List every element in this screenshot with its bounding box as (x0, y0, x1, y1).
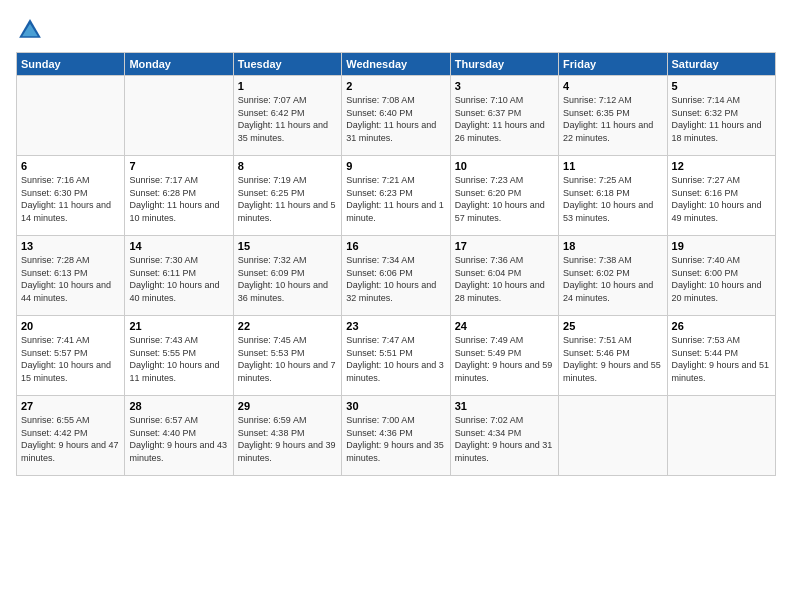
day-number: 13 (21, 240, 120, 252)
calendar-cell: 6Sunrise: 7:16 AM Sunset: 6:30 PM Daylig… (17, 156, 125, 236)
day-number: 21 (129, 320, 228, 332)
day-info: Sunrise: 7:07 AM Sunset: 6:42 PM Dayligh… (238, 94, 337, 144)
calendar-table: SundayMondayTuesdayWednesdayThursdayFrid… (16, 52, 776, 476)
logo (16, 16, 48, 44)
dow-sunday: Sunday (17, 53, 125, 76)
calendar-cell: 25Sunrise: 7:51 AM Sunset: 5:46 PM Dayli… (559, 316, 667, 396)
day-info: Sunrise: 7:47 AM Sunset: 5:51 PM Dayligh… (346, 334, 445, 384)
calendar-cell: 17Sunrise: 7:36 AM Sunset: 6:04 PM Dayli… (450, 236, 558, 316)
week-row-4: 27Sunrise: 6:55 AM Sunset: 4:42 PM Dayli… (17, 396, 776, 476)
calendar-cell: 24Sunrise: 7:49 AM Sunset: 5:49 PM Dayli… (450, 316, 558, 396)
day-info: Sunrise: 7:30 AM Sunset: 6:11 PM Dayligh… (129, 254, 228, 304)
calendar-body: 1Sunrise: 7:07 AM Sunset: 6:42 PM Daylig… (17, 76, 776, 476)
day-info: Sunrise: 7:16 AM Sunset: 6:30 PM Dayligh… (21, 174, 120, 224)
day-number: 25 (563, 320, 662, 332)
day-number: 20 (21, 320, 120, 332)
calendar-cell: 29Sunrise: 6:59 AM Sunset: 4:38 PM Dayli… (233, 396, 341, 476)
calendar-cell: 8Sunrise: 7:19 AM Sunset: 6:25 PM Daylig… (233, 156, 341, 236)
day-number: 15 (238, 240, 337, 252)
day-number: 16 (346, 240, 445, 252)
day-number: 31 (455, 400, 554, 412)
day-info: Sunrise: 7:28 AM Sunset: 6:13 PM Dayligh… (21, 254, 120, 304)
day-number: 9 (346, 160, 445, 172)
calendar-cell: 18Sunrise: 7:38 AM Sunset: 6:02 PM Dayli… (559, 236, 667, 316)
calendar-cell: 20Sunrise: 7:41 AM Sunset: 5:57 PM Dayli… (17, 316, 125, 396)
day-number: 18 (563, 240, 662, 252)
logo-icon (16, 16, 44, 44)
calendar-cell: 7Sunrise: 7:17 AM Sunset: 6:28 PM Daylig… (125, 156, 233, 236)
calendar-cell: 22Sunrise: 7:45 AM Sunset: 5:53 PM Dayli… (233, 316, 341, 396)
day-number: 5 (672, 80, 771, 92)
calendar-cell: 5Sunrise: 7:14 AM Sunset: 6:32 PM Daylig… (667, 76, 775, 156)
day-number: 12 (672, 160, 771, 172)
dow-wednesday: Wednesday (342, 53, 450, 76)
day-info: Sunrise: 7:38 AM Sunset: 6:02 PM Dayligh… (563, 254, 662, 304)
day-info: Sunrise: 7:27 AM Sunset: 6:16 PM Dayligh… (672, 174, 771, 224)
calendar-cell: 12Sunrise: 7:27 AM Sunset: 6:16 PM Dayli… (667, 156, 775, 236)
day-info: Sunrise: 6:59 AM Sunset: 4:38 PM Dayligh… (238, 414, 337, 464)
day-number: 17 (455, 240, 554, 252)
day-info: Sunrise: 7:23 AM Sunset: 6:20 PM Dayligh… (455, 174, 554, 224)
day-info: Sunrise: 7:02 AM Sunset: 4:34 PM Dayligh… (455, 414, 554, 464)
day-number: 14 (129, 240, 228, 252)
day-number: 23 (346, 320, 445, 332)
day-info: Sunrise: 7:49 AM Sunset: 5:49 PM Dayligh… (455, 334, 554, 384)
calendar-cell (559, 396, 667, 476)
week-row-1: 6Sunrise: 7:16 AM Sunset: 6:30 PM Daylig… (17, 156, 776, 236)
day-number: 4 (563, 80, 662, 92)
calendar-cell (125, 76, 233, 156)
day-info: Sunrise: 7:12 AM Sunset: 6:35 PM Dayligh… (563, 94, 662, 144)
day-info: Sunrise: 7:21 AM Sunset: 6:23 PM Dayligh… (346, 174, 445, 224)
day-info: Sunrise: 7:45 AM Sunset: 5:53 PM Dayligh… (238, 334, 337, 384)
day-number: 19 (672, 240, 771, 252)
calendar-cell: 16Sunrise: 7:34 AM Sunset: 6:06 PM Dayli… (342, 236, 450, 316)
dow-friday: Friday (559, 53, 667, 76)
day-info: Sunrise: 6:55 AM Sunset: 4:42 PM Dayligh… (21, 414, 120, 464)
calendar-cell: 9Sunrise: 7:21 AM Sunset: 6:23 PM Daylig… (342, 156, 450, 236)
day-info: Sunrise: 7:25 AM Sunset: 6:18 PM Dayligh… (563, 174, 662, 224)
day-info: Sunrise: 7:32 AM Sunset: 6:09 PM Dayligh… (238, 254, 337, 304)
day-info: Sunrise: 7:36 AM Sunset: 6:04 PM Dayligh… (455, 254, 554, 304)
calendar-cell: 14Sunrise: 7:30 AM Sunset: 6:11 PM Dayli… (125, 236, 233, 316)
calendar-cell: 4Sunrise: 7:12 AM Sunset: 6:35 PM Daylig… (559, 76, 667, 156)
day-info: Sunrise: 7:10 AM Sunset: 6:37 PM Dayligh… (455, 94, 554, 144)
day-info: Sunrise: 6:57 AM Sunset: 4:40 PM Dayligh… (129, 414, 228, 464)
calendar-cell: 15Sunrise: 7:32 AM Sunset: 6:09 PM Dayli… (233, 236, 341, 316)
day-number: 24 (455, 320, 554, 332)
calendar-cell (17, 76, 125, 156)
day-number: 27 (21, 400, 120, 412)
day-number: 22 (238, 320, 337, 332)
calendar-cell (667, 396, 775, 476)
day-number: 6 (21, 160, 120, 172)
day-info: Sunrise: 7:53 AM Sunset: 5:44 PM Dayligh… (672, 334, 771, 384)
calendar-cell: 26Sunrise: 7:53 AM Sunset: 5:44 PM Dayli… (667, 316, 775, 396)
day-number: 29 (238, 400, 337, 412)
calendar-cell: 13Sunrise: 7:28 AM Sunset: 6:13 PM Dayli… (17, 236, 125, 316)
calendar-cell: 28Sunrise: 6:57 AM Sunset: 4:40 PM Dayli… (125, 396, 233, 476)
calendar-cell: 31Sunrise: 7:02 AM Sunset: 4:34 PM Dayli… (450, 396, 558, 476)
day-number: 7 (129, 160, 228, 172)
dow-saturday: Saturday (667, 53, 775, 76)
day-info: Sunrise: 7:17 AM Sunset: 6:28 PM Dayligh… (129, 174, 228, 224)
page-header (16, 16, 776, 44)
dow-monday: Monday (125, 53, 233, 76)
calendar-cell: 23Sunrise: 7:47 AM Sunset: 5:51 PM Dayli… (342, 316, 450, 396)
day-info: Sunrise: 7:41 AM Sunset: 5:57 PM Dayligh… (21, 334, 120, 384)
day-number: 28 (129, 400, 228, 412)
calendar-cell: 27Sunrise: 6:55 AM Sunset: 4:42 PM Dayli… (17, 396, 125, 476)
dow-tuesday: Tuesday (233, 53, 341, 76)
days-of-week-header: SundayMondayTuesdayWednesdayThursdayFrid… (17, 53, 776, 76)
day-number: 10 (455, 160, 554, 172)
day-number: 2 (346, 80, 445, 92)
day-number: 26 (672, 320, 771, 332)
day-number: 30 (346, 400, 445, 412)
day-number: 1 (238, 80, 337, 92)
calendar-cell: 21Sunrise: 7:43 AM Sunset: 5:55 PM Dayli… (125, 316, 233, 396)
day-info: Sunrise: 7:40 AM Sunset: 6:00 PM Dayligh… (672, 254, 771, 304)
day-info: Sunrise: 7:08 AM Sunset: 6:40 PM Dayligh… (346, 94, 445, 144)
calendar-cell: 3Sunrise: 7:10 AM Sunset: 6:37 PM Daylig… (450, 76, 558, 156)
calendar-cell: 30Sunrise: 7:00 AM Sunset: 4:36 PM Dayli… (342, 396, 450, 476)
day-number: 3 (455, 80, 554, 92)
week-row-2: 13Sunrise: 7:28 AM Sunset: 6:13 PM Dayli… (17, 236, 776, 316)
week-row-0: 1Sunrise: 7:07 AM Sunset: 6:42 PM Daylig… (17, 76, 776, 156)
